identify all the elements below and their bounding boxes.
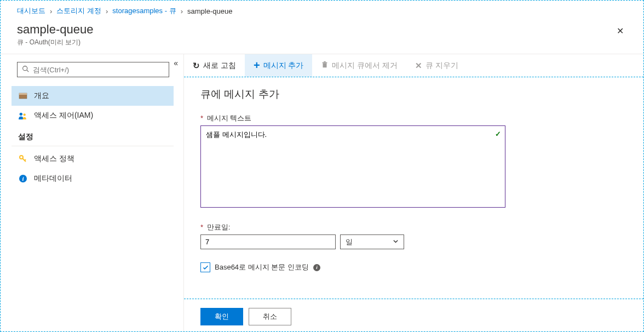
trash-icon bbox=[321, 61, 329, 70]
page-header: sample-queue 큐 - OAuth(미리 보기) ✕ bbox=[1, 20, 643, 54]
toolbar-clear-button: ✕ 큐 지우기 bbox=[406, 54, 467, 77]
base64-checkbox-label: Base64로 메시지 본문 인코딩 bbox=[215, 262, 309, 272]
collapse-sidebar-button[interactable]: « bbox=[174, 59, 178, 67]
toolbar-remove-button: 메시지 큐에서 제거 bbox=[312, 54, 406, 77]
breadcrumb-storagesamples-queue[interactable]: storagesamples - 큐 bbox=[112, 6, 176, 16]
sidebar-item-label: 액세스 정책 bbox=[34, 154, 74, 164]
sidebar-item-metadata[interactable]: i 메타데이터 bbox=[12, 169, 174, 188]
sidebar: « 개요 액세스 제어(IAM) 설정 액세스 정책 bbox=[1, 54, 184, 332]
valid-check-icon: ✓ bbox=[495, 130, 501, 138]
svg-line-8 bbox=[25, 159, 26, 161]
overview-icon bbox=[18, 91, 27, 101]
chevron-down-icon bbox=[393, 238, 399, 246]
sidebar-item-label: 메타데이터 bbox=[34, 174, 72, 184]
info-tooltip-icon[interactable]: i bbox=[313, 264, 320, 271]
svg-rect-12 bbox=[323, 62, 327, 64]
toolbar-add-message-button[interactable]: + 메시지 추가 bbox=[245, 54, 313, 77]
sidebar-section-settings: 설정 bbox=[12, 125, 174, 146]
refresh-icon: ↻ bbox=[193, 61, 200, 71]
svg-line-1 bbox=[27, 70, 28, 72]
close-icon: ✕ bbox=[617, 26, 624, 36]
required-indicator: * bbox=[200, 114, 203, 122]
required-indicator: * bbox=[200, 223, 203, 231]
toolbar-label: 메시지 큐에서 제거 bbox=[332, 61, 398, 71]
sidebar-item-iam[interactable]: 액세스 제어(IAM) bbox=[12, 106, 174, 125]
info-icon: i bbox=[18, 174, 27, 184]
breadcrumb-separator: › bbox=[181, 7, 183, 15]
page-subtitle: 큐 - OAuth(미리 보기) bbox=[17, 38, 93, 47]
expiry-label: * 만료일: bbox=[200, 222, 627, 232]
checkmark-icon bbox=[202, 264, 209, 271]
main-content: ↻ 새로 고침 + 메시지 추가 메시지 큐에서 제거 ✕ 큐 지우기 큐에 메… bbox=[184, 54, 643, 332]
select-value: 일 bbox=[346, 237, 353, 247]
plus-icon: + bbox=[254, 59, 260, 72]
form-footer: 확인 취소 bbox=[184, 299, 643, 332]
form-content: 큐에 메시지 추가 * 메시지 텍스트 ✓ * 만료일: 일 bbox=[184, 77, 643, 299]
x-icon: ✕ bbox=[415, 61, 422, 71]
breadcrumb-dashboard[interactable]: 대시보드 bbox=[17, 6, 45, 16]
breadcrumb: 대시보드 › 스토리지 계정 › storagesamples - 큐 › sa… bbox=[1, 1, 643, 20]
toolbar-refresh-button[interactable]: ↻ 새로 고침 bbox=[184, 54, 245, 77]
sidebar-item-access-policy[interactable]: 액세스 정책 bbox=[12, 149, 174, 169]
iam-icon bbox=[18, 111, 27, 121]
breadcrumb-separator: › bbox=[50, 7, 52, 15]
base64-checkbox[interactable] bbox=[200, 262, 210, 272]
breadcrumb-separator: › bbox=[106, 7, 108, 15]
breadcrumb-current: sample-queue bbox=[187, 7, 232, 15]
form-title: 큐에 메시지 추가 bbox=[200, 87, 627, 101]
toolbar-label: 메시지 추가 bbox=[263, 61, 304, 71]
collapse-icon: « bbox=[174, 59, 178, 67]
expiry-value-input[interactable] bbox=[200, 234, 336, 249]
svg-rect-11 bbox=[323, 63, 327, 67]
svg-rect-13 bbox=[324, 61, 326, 62]
sidebar-search[interactable] bbox=[17, 62, 169, 77]
key-icon bbox=[18, 154, 27, 164]
expiry-unit-select[interactable]: 일 bbox=[340, 234, 404, 249]
toolbar: ↻ 새로 고침 + 메시지 추가 메시지 큐에서 제거 ✕ 큐 지우기 bbox=[184, 54, 643, 77]
sidebar-item-overview[interactable]: 개요 bbox=[12, 86, 174, 106]
sidebar-item-label: 개요 bbox=[34, 91, 49, 101]
breadcrumb-storage-accounts[interactable]: 스토리지 계정 bbox=[56, 6, 101, 16]
search-icon bbox=[22, 65, 29, 74]
cancel-button[interactable]: 취소 bbox=[249, 308, 291, 325]
search-input[interactable] bbox=[33, 66, 164, 74]
ok-button[interactable]: 확인 bbox=[200, 308, 243, 325]
toolbar-label: 큐 지우기 bbox=[426, 61, 458, 71]
svg-rect-3 bbox=[19, 93, 27, 95]
svg-point-4 bbox=[20, 112, 22, 115]
svg-point-0 bbox=[23, 66, 27, 71]
page-title: sample-queue bbox=[17, 22, 93, 37]
svg-point-5 bbox=[24, 113, 26, 116]
message-text-label: * 메시지 텍스트 bbox=[200, 113, 627, 123]
toolbar-label: 새로 고침 bbox=[203, 61, 236, 71]
sidebar-item-label: 액세스 제어(IAM) bbox=[34, 111, 93, 121]
message-text-input[interactable] bbox=[200, 125, 505, 208]
close-button[interactable]: ✕ bbox=[613, 22, 627, 39]
